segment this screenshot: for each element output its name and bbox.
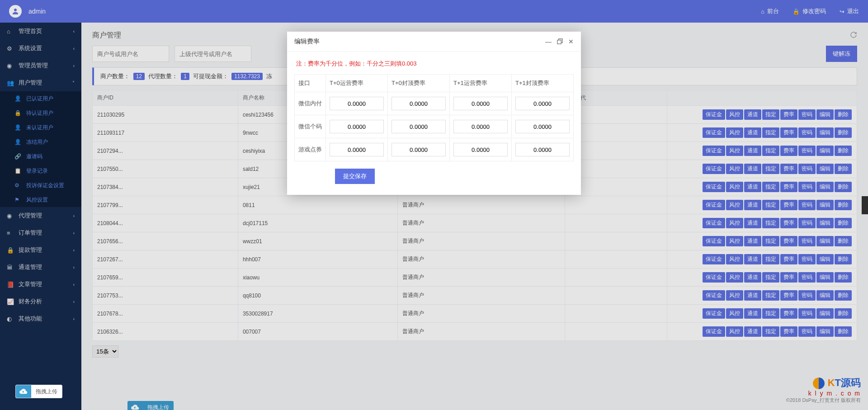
maximize-icon[interactable] (557, 38, 563, 45)
rate-input-0-1[interactable] (392, 97, 446, 110)
close-icon[interactable]: ✕ (568, 38, 574, 45)
rate-input-1-3[interactable] (515, 120, 570, 133)
modal-header: 编辑费率 — ✕ (287, 32, 581, 52)
edit-rate-modal: 编辑费率 — ✕ 注：费率为千分位，例如：千分之三则填0.003 接口T+0运营… (287, 32, 581, 195)
modal-title: 编辑费率 (294, 38, 320, 46)
rate-input-1-0[interactable] (330, 120, 384, 133)
drag-upload-widget[interactable]: 拖拽上传 (15, 385, 62, 398)
rate-input-2-1[interactable] (392, 143, 446, 156)
rate-input-0-0[interactable] (330, 97, 384, 110)
rate-note: 注：费率为千分位，例如：千分之三则填0.003 (294, 60, 574, 68)
svg-rect-1 (557, 40, 561, 44)
rate-input-0-3[interactable] (515, 97, 570, 110)
rate-input-1-1[interactable] (392, 120, 446, 133)
rate-row: 微信内付 (295, 92, 574, 115)
minimize-icon[interactable]: — (545, 38, 552, 45)
rate-input-2-2[interactable] (453, 143, 508, 156)
rate-table: 接口T+0运营费率T+0封顶费率T+1运营费率T+1封顶费率 微信内付微信个码游… (294, 74, 574, 161)
rate-row: 微信个码 (295, 115, 574, 138)
cloud-upload-icon (16, 385, 31, 398)
rate-input-0-2[interactable] (453, 97, 508, 110)
rate-row: 游戏点券 (295, 138, 574, 161)
rate-input-1-2[interactable] (453, 120, 508, 133)
rate-input-2-3[interactable] (515, 143, 570, 156)
submit-save-button[interactable]: 提交保存 (335, 169, 375, 184)
rate-input-2-0[interactable] (330, 143, 384, 156)
